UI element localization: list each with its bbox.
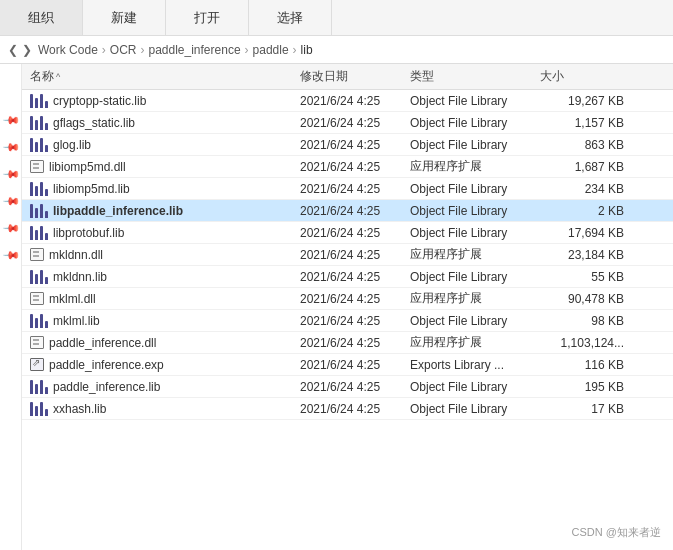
file-name-text: gflags_static.lib xyxy=(53,116,135,130)
breadcrumb-item-paddle[interactable]: paddle xyxy=(253,43,289,57)
pin-icon-1[interactable]: 📌 xyxy=(1,111,20,130)
table-row[interactable]: paddle_inference.exp2021/6/24 4:25Export… xyxy=(22,354,673,376)
file-name-text: libprotobuf.lib xyxy=(53,226,124,240)
table-row[interactable]: mklml.lib2021/6/24 4:25Object File Libra… xyxy=(22,310,673,332)
file-kind-cell: Object File Library xyxy=(402,270,532,284)
table-row[interactable]: paddle_inference.lib2021/6/24 4:25Object… xyxy=(22,376,673,398)
pin-icon-4[interactable]: 📌 xyxy=(1,192,20,211)
file-kind-cell: Exports Library ... xyxy=(402,358,532,372)
file-size-cell: 55 KB xyxy=(532,270,632,284)
lib-icon xyxy=(30,226,48,240)
file-date-cell: 2021/6/24 4:25 xyxy=(292,226,402,240)
toolbar: 组织 新建 打开 选择 xyxy=(0,0,673,36)
file-date-cell: 2021/6/24 4:25 xyxy=(292,138,402,152)
file-kind-cell: Object File Library xyxy=(402,380,532,394)
file-name-cell: glog.lib xyxy=(22,138,292,152)
watermark: CSDN @知来者逆 xyxy=(572,525,661,540)
file-date-cell: 2021/6/24 4:25 xyxy=(292,314,402,328)
table-row[interactable]: paddle_inference.dll2021/6/24 4:25应用程序扩展… xyxy=(22,332,673,354)
col-header-name[interactable]: 名称 ^ xyxy=(22,68,292,85)
file-date-cell: 2021/6/24 4:25 xyxy=(292,336,402,350)
table-row[interactable]: mkldnn.dll2021/6/24 4:25应用程序扩展23,184 KB xyxy=(22,244,673,266)
pin-icon-6[interactable]: 📌 xyxy=(1,246,20,265)
file-name-text: mklml.dll xyxy=(49,292,96,306)
lib-icon xyxy=(30,314,48,328)
file-kind-cell: 应用程序扩展 xyxy=(402,246,532,263)
toolbar-open[interactable]: 打开 xyxy=(166,0,249,35)
breadcrumb-item-paddle-inference[interactable]: paddle_inference xyxy=(148,43,240,57)
file-name-cell: mkldnn.dll xyxy=(22,248,292,262)
breadcrumb-forward-icon[interactable]: ❯ xyxy=(22,43,32,57)
lib-icon xyxy=(30,380,48,394)
pin-icon-5[interactable]: 📌 xyxy=(1,219,20,238)
table-row[interactable]: mklml.dll2021/6/24 4:25应用程序扩展90,478 KB xyxy=(22,288,673,310)
file-name-cell: libiomp5md.lib xyxy=(22,182,292,196)
file-kind-cell: Object File Library xyxy=(402,138,532,152)
table-row[interactable]: glog.lib2021/6/24 4:25Object File Librar… xyxy=(22,134,673,156)
file-size-cell: 23,184 KB xyxy=(532,248,632,262)
breadcrumb-item-lib: lib xyxy=(301,43,313,57)
toolbar-organize[interactable]: 组织 xyxy=(0,0,83,35)
file-size-cell: 19,267 KB xyxy=(532,94,632,108)
file-name-cell: mkldnn.lib xyxy=(22,270,292,284)
file-name-cell: cryptopp-static.lib xyxy=(22,94,292,108)
file-size-cell: 17 KB xyxy=(532,402,632,416)
file-name-text: libiomp5md.dll xyxy=(49,160,126,174)
file-name-text: libpaddle_inference.lib xyxy=(53,204,183,218)
file-date-cell: 2021/6/24 4:25 xyxy=(292,248,402,262)
sort-arrow-name: ^ xyxy=(56,72,60,82)
file-size-cell: 2 KB xyxy=(532,204,632,218)
table-header: 名称 ^ 修改日期 类型 大小 xyxy=(22,64,673,90)
quick-access-panel: 📌 📌 📌 📌 📌 📌 xyxy=(0,64,22,550)
file-size-cell: 90,478 KB xyxy=(532,292,632,306)
table-row[interactable]: gflags_static.lib2021/6/24 4:25Object Fi… xyxy=(22,112,673,134)
main-content: 📌 📌 📌 📌 📌 📌 名称 ^ 修改日期 类型 大小 cryptopp-sta… xyxy=(0,64,673,550)
breadcrumb-sep-2: › xyxy=(140,43,144,57)
table-row[interactable]: mkldnn.lib2021/6/24 4:25Object File Libr… xyxy=(22,266,673,288)
exp-icon xyxy=(30,358,44,371)
pin-icon-2[interactable]: 📌 xyxy=(1,138,20,157)
file-name-cell: libpaddle_inference.lib xyxy=(22,204,292,218)
col-header-size[interactable]: 大小 xyxy=(532,68,632,85)
file-name-text: glog.lib xyxy=(53,138,91,152)
file-size-cell: 234 KB xyxy=(532,182,632,196)
file-kind-cell: Object File Library xyxy=(402,226,532,240)
file-name-text: xxhash.lib xyxy=(53,402,106,416)
toolbar-new[interactable]: 新建 xyxy=(83,0,166,35)
file-name-text: paddle_inference.lib xyxy=(53,380,160,394)
toolbar-select[interactable]: 选择 xyxy=(249,0,332,35)
breadcrumb-item-workcode[interactable]: Work Code xyxy=(38,43,98,57)
col-header-date[interactable]: 修改日期 xyxy=(292,68,402,85)
file-date-cell: 2021/6/24 4:25 xyxy=(292,204,402,218)
file-size-cell: 116 KB xyxy=(532,358,632,372)
breadcrumb-item-ocr[interactable]: OCR xyxy=(110,43,137,57)
lib-icon xyxy=(30,182,48,196)
dll-icon xyxy=(30,160,44,173)
dll-icon xyxy=(30,248,44,261)
col-header-type[interactable]: 类型 xyxy=(402,68,532,85)
pin-icon-3[interactable]: 📌 xyxy=(1,165,20,184)
table-row[interactable]: libiomp5md.dll2021/6/24 4:25应用程序扩展1,687 … xyxy=(22,156,673,178)
file-size-cell: 98 KB xyxy=(532,314,632,328)
table-row[interactable]: cryptopp-static.lib2021/6/24 4:25Object … xyxy=(22,90,673,112)
file-name-text: mkldnn.lib xyxy=(53,270,107,284)
file-name-cell: gflags_static.lib xyxy=(22,116,292,130)
file-size-cell: 863 KB xyxy=(532,138,632,152)
file-date-cell: 2021/6/24 4:25 xyxy=(292,270,402,284)
file-date-cell: 2021/6/24 4:25 xyxy=(292,160,402,174)
file-date-cell: 2021/6/24 4:25 xyxy=(292,380,402,394)
file-kind-cell: Object File Library xyxy=(402,94,532,108)
table-row[interactable]: xxhash.lib2021/6/24 4:25Object File Libr… xyxy=(22,398,673,420)
breadcrumb-sep-3: › xyxy=(245,43,249,57)
breadcrumb: ❮ ❯ Work Code › OCR › paddle_inference ›… xyxy=(0,36,673,64)
breadcrumb-back-icon[interactable]: ❮ xyxy=(8,43,18,57)
lib-icon xyxy=(30,138,48,152)
table-row[interactable]: libpaddle_inference.lib2021/6/24 4:25Obj… xyxy=(22,200,673,222)
file-list: 名称 ^ 修改日期 类型 大小 cryptopp-static.lib2021/… xyxy=(22,64,673,550)
file-date-cell: 2021/6/24 4:25 xyxy=(292,182,402,196)
breadcrumb-sep-1: › xyxy=(102,43,106,57)
file-name-text: mklml.lib xyxy=(53,314,100,328)
table-row[interactable]: libprotobuf.lib2021/6/24 4:25Object File… xyxy=(22,222,673,244)
file-name-cell: paddle_inference.exp xyxy=(22,358,292,372)
table-row[interactable]: libiomp5md.lib2021/6/24 4:25Object File … xyxy=(22,178,673,200)
